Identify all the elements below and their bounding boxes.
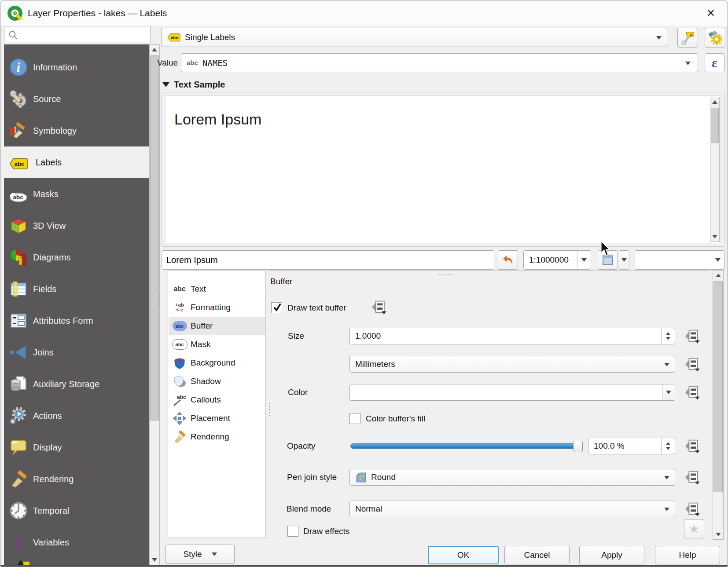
- tab-shadow[interactable]: Shadow: [169, 372, 265, 391]
- panel-scroll-up-icon[interactable]: [713, 271, 723, 280]
- data-defined-override-icon[interactable]: [370, 300, 389, 315]
- color-dropdown-section[interactable]: [662, 384, 675, 400]
- sidebar-item-rendering[interactable]: Rendering: [4, 463, 149, 495]
- temporal-icon: [9, 501, 28, 520]
- tab-placement[interactable]: Placement: [169, 409, 265, 428]
- label-type-combo[interactable]: abc Single Labels: [162, 28, 667, 47]
- splitter-grip-left[interactable]: [158, 291, 159, 306]
- value-field-name: NAMES: [202, 58, 228, 68]
- data-defined-override-icon[interactable]: [683, 439, 702, 454]
- cancel-button[interactable]: Cancel: [504, 546, 570, 564]
- display-icon: [9, 438, 28, 457]
- sidebar-item-actions[interactable]: Actions: [4, 400, 149, 432]
- sidebar-item-temporal[interactable]: Temporal: [4, 495, 149, 527]
- sidebar-item-attributes-form[interactable]: Attributes Form: [4, 305, 149, 337]
- sidebar-item-masks[interactable]: abc Masks: [4, 178, 149, 210]
- preview-scale-value: 1:1000000: [529, 255, 569, 265]
- automated-placement-button[interactable]: [705, 28, 725, 48]
- sidebar-item-variables[interactable]: ε Variables: [4, 527, 149, 558]
- pen-join-style-combo[interactable]: Round: [349, 469, 675, 486]
- blend-mode-label: Blend mode: [287, 501, 331, 517]
- apply-button[interactable]: Apply: [579, 546, 644, 564]
- sidebar-item-auxiliary-storage[interactable]: Auxiliary Storage: [4, 368, 149, 400]
- sidebar: i Information Source: [4, 44, 149, 565]
- sidebar-item-display[interactable]: Display: [4, 432, 149, 463]
- sidebar-scroll-down-icon[interactable]: [150, 555, 159, 565]
- panel-scrollbar-thumb[interactable]: [713, 281, 723, 492]
- opacity-slider[interactable]: [350, 443, 582, 449]
- draw-effects-label: Draw effects: [303, 526, 349, 537]
- sidebar-scrollbar-thumb[interactable]: [150, 55, 159, 421]
- data-defined-override-icon[interactable]: [683, 501, 702, 516]
- chevron-down-icon: [685, 62, 691, 65]
- opacity-spin-buttons[interactable]: [661, 438, 675, 454]
- draw-effects-checkbox[interactable]: [287, 526, 298, 537]
- sidebar-item-fields[interactable]: Fields: [4, 273, 149, 305]
- close-icon[interactable]: ✕: [701, 5, 721, 22]
- sidebar-item-symbology[interactable]: Symbology: [4, 115, 149, 146]
- size-spin-buttons[interactable]: [661, 328, 675, 344]
- help-button[interactable]: Help: [655, 546, 720, 564]
- buffer-tab-icon: abc: [172, 318, 188, 333]
- tab-buffer[interactable]: abc Buffer: [169, 317, 265, 335]
- star-icon: ★: [688, 522, 699, 536]
- size-units-combo[interactable]: Millimeters: [349, 356, 675, 373]
- preview-scroll-down-icon[interactable]: [710, 232, 719, 241]
- tab-formatting[interactable]: +ab < c Formatting: [169, 298, 265, 317]
- search-input[interactable]: [19, 27, 149, 42]
- chevron-down-icon: [715, 258, 721, 262]
- sample-text-input-wrap: [162, 250, 494, 270]
- size-spinbox[interactable]: 1.0000: [349, 328, 675, 344]
- preview-scroll-up-icon[interactable]: [710, 97, 719, 107]
- tab-rendering[interactable]: Rendering: [169, 428, 265, 446]
- data-defined-override-icon[interactable]: [683, 357, 702, 372]
- color-buffers-fill-checkbox[interactable]: [349, 413, 360, 424]
- expression-button[interactable]: ε: [705, 53, 724, 72]
- sidebar-item-source[interactable]: Source: [4, 83, 149, 115]
- opacity-spinbox[interactable]: 100.0 %: [588, 438, 675, 454]
- sidebar-item-labels[interactable]: abc Labels: [4, 146, 149, 178]
- size-value: 1.0000: [355, 331, 381, 341]
- panel-scroll-down-icon[interactable]: [713, 530, 723, 539]
- preview-scrollbar-thumb[interactable]: [711, 108, 719, 143]
- data-defined-override-icon[interactable]: [683, 329, 702, 344]
- reset-sample-button[interactable]: [498, 250, 518, 270]
- collapse-triangle-icon[interactable]: [162, 82, 169, 87]
- opacity-label: Opacity: [287, 438, 315, 454]
- data-defined-override-icon[interactable]: [683, 385, 702, 400]
- chevron-down-icon: [664, 476, 669, 479]
- tab-mask[interactable]: abc Mask: [169, 335, 265, 354]
- draw-text-buffer-checkbox[interactable]: [271, 302, 282, 313]
- sidebar-item-joins[interactable]: Joins: [4, 337, 149, 368]
- panel-scrollbar[interactable]: [713, 270, 724, 540]
- tab-text[interactable]: abc Text: [169, 280, 265, 298]
- sidebar-search[interactable]: [4, 26, 151, 43]
- canvas-scale-dropdown-button[interactable]: [619, 250, 629, 270]
- panel-heading: Buffer: [270, 277, 292, 286]
- mouse-cursor: [600, 241, 612, 256]
- attributes-form-icon: [9, 311, 28, 330]
- value-combo[interactable]: abc NAMES: [181, 53, 698, 72]
- sidebar-item-3d-view[interactable]: 3D View: [4, 210, 149, 241]
- customize-effects-button[interactable]: ★: [684, 519, 704, 538]
- preview-scrollbar[interactable]: [710, 97, 720, 242]
- blend-mode-combo[interactable]: Normal: [349, 501, 675, 517]
- preview-scale-combo[interactable]: 1:1000000: [523, 250, 591, 270]
- sample-text-input[interactable]: [162, 255, 494, 265]
- buffer-color-button[interactable]: [349, 384, 675, 401]
- label-settings-button[interactable]: a: [677, 28, 698, 48]
- opacity-slider-handle[interactable]: [573, 441, 583, 452]
- background-dropdown-section[interactable]: [711, 251, 724, 269]
- preview-background-combo[interactable]: [635, 250, 725, 270]
- data-defined-override-icon[interactable]: [683, 470, 702, 485]
- undo-icon: [501, 253, 515, 267]
- tab-callouts[interactable]: abc Callouts: [169, 391, 265, 409]
- svg-text:abc: abc: [177, 394, 186, 400]
- masks-icon: abc: [9, 188, 28, 206]
- tab-background[interactable]: Background: [169, 354, 265, 372]
- scale-dropdown-section[interactable]: [577, 251, 591, 269]
- sidebar-item-diagrams[interactable]: Diagrams: [4, 241, 149, 273]
- ok-button[interactable]: OK: [428, 546, 499, 564]
- style-menu-button[interactable]: Style: [165, 545, 235, 564]
- sidebar-item-information[interactable]: i Information: [4, 51, 149, 83]
